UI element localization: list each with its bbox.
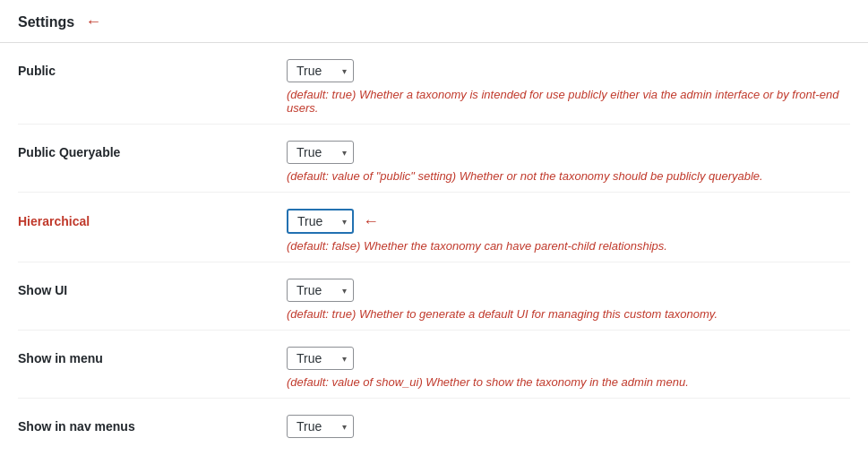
setting-description-public: (default: true) Whether a taxonomy is in… <box>287 88 850 115</box>
setting-description-public_queryable: (default: value of "public" setting) Whe… <box>287 169 850 183</box>
setting-control-show_in_nav_menus: TrueFalse▾ <box>287 415 354 438</box>
setting-control-public: TrueFalse▾ <box>287 59 354 82</box>
setting-description-show_in_menu: (default: value of show_ui) Whether to s… <box>287 375 850 389</box>
settings-page: Settings ← PublicTrueFalse▾(default: tru… <box>0 0 868 464</box>
setting-control-show_ui: TrueFalse▾ <box>287 279 354 302</box>
setting-row-show_in_menu: Show in menuTrueFalse▾(default: value of… <box>18 331 850 399</box>
setting-row-public_queryable: Public QueryableTrueFalse▾(default: valu… <box>18 125 850 193</box>
select-show_in_nav_menus[interactable]: TrueFalse <box>287 415 354 438</box>
select-wrapper-public_queryable: TrueFalse▾ <box>287 141 354 164</box>
back-arrow-icon[interactable]: ← <box>85 13 101 31</box>
setting-top-hierarchical: HierarchicalTrueFalse▾← <box>18 209 850 234</box>
select-wrapper-hierarchical: TrueFalse▾ <box>287 209 354 234</box>
setting-top-show_in_menu: Show in menuTrueFalse▾ <box>18 347 850 370</box>
setting-label-public: Public <box>18 64 161 78</box>
setting-label-show_in_nav_menus: Show in nav menus <box>18 419 161 434</box>
setting-label-hierarchical: Hierarchical <box>18 214 161 228</box>
select-wrapper-show_in_nav_menus: TrueFalse▾ <box>287 415 354 438</box>
setting-top-show_in_nav_menus: Show in nav menusTrueFalse▾ <box>18 415 850 438</box>
settings-table: PublicTrueFalse▾(default: true) Whether … <box>0 43 868 447</box>
setting-control-hierarchical: TrueFalse▾← <box>287 209 379 234</box>
setting-row-public: PublicTrueFalse▾(default: true) Whether … <box>18 43 850 125</box>
select-public_queryable[interactable]: TrueFalse <box>287 141 354 164</box>
select-show_in_menu[interactable]: TrueFalse <box>287 347 354 370</box>
select-wrapper-public: TrueFalse▾ <box>287 59 354 82</box>
setting-label-show_in_menu: Show in menu <box>18 351 161 365</box>
setting-top-public_queryable: Public QueryableTrueFalse▾ <box>18 141 850 164</box>
highlight-arrow-icon: ← <box>363 212 379 231</box>
select-wrapper-show_ui: TrueFalse▾ <box>287 279 354 302</box>
select-hierarchical[interactable]: TrueFalse <box>287 209 354 234</box>
setting-label-show_ui: Show UI <box>18 283 161 297</box>
select-show_ui[interactable]: TrueFalse <box>287 279 354 302</box>
settings-header: Settings ← <box>0 0 868 43</box>
setting-top-show_ui: Show UITrueFalse▾ <box>18 279 850 302</box>
setting-control-show_in_menu: TrueFalse▾ <box>287 347 354 370</box>
setting-description-hierarchical: (default: false) Whether the taxonomy ca… <box>287 239 850 253</box>
setting-description-show_ui: (default: true) Whether to generate a de… <box>287 307 850 321</box>
setting-row-hierarchical: HierarchicalTrueFalse▾←(default: false) … <box>18 193 850 262</box>
setting-label-public_queryable: Public Queryable <box>18 145 161 159</box>
page-title: Settings <box>18 14 74 30</box>
setting-control-public_queryable: TrueFalse▾ <box>287 141 354 164</box>
select-wrapper-show_in_menu: TrueFalse▾ <box>287 347 354 370</box>
select-public[interactable]: TrueFalse <box>287 59 354 82</box>
setting-row-show_in_nav_menus: Show in nav menusTrueFalse▾ <box>18 399 850 447</box>
setting-top-public: PublicTrueFalse▾ <box>18 59 850 82</box>
setting-row-show_ui: Show UITrueFalse▾(default: true) Whether… <box>18 262 850 331</box>
